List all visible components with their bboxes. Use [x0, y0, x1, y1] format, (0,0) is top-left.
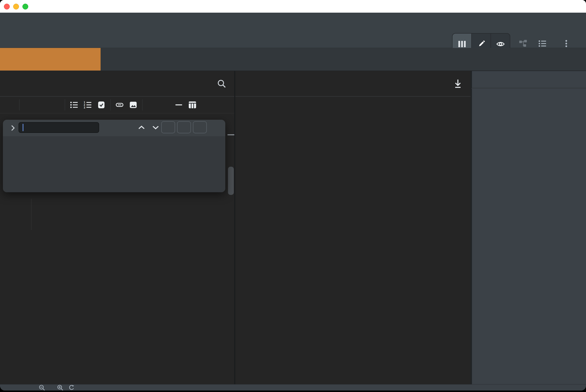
traffic-light-close[interactable] — [4, 4, 10, 10]
outline-panel — [472, 71, 586, 384]
search-button[interactable] — [216, 78, 227, 89]
titlebar — [0, 0, 586, 13]
scrollbar-match-marker — [227, 134, 234, 135]
outline-list — [472, 89, 586, 384]
table-button[interactable] — [186, 98, 198, 112]
numbered-list-icon: 123 — [84, 101, 92, 108]
search-bar — [3, 120, 225, 136]
bold-button[interactable] — [23, 98, 35, 112]
horizontal-rule-icon — [175, 104, 182, 105]
main-content: 123 — [0, 71, 586, 384]
whole-word-button[interactable] — [177, 121, 191, 133]
pencil-icon — [478, 40, 485, 48]
tree-diagram-icon — [519, 40, 527, 47]
chevron-right-icon — [11, 125, 15, 131]
chevron-down-icon — [152, 125, 159, 130]
status-bar — [0, 384, 586, 390]
task-list-button[interactable] — [95, 98, 107, 112]
zoom-in-button[interactable] — [57, 384, 64, 391]
close-search-button[interactable] — [209, 121, 221, 133]
export-button[interactable] — [453, 78, 463, 89]
task-checkbox-icon — [98, 101, 105, 109]
traffic-light-minimize[interactable] — [13, 4, 19, 10]
bullet-list-icon — [70, 102, 78, 108]
preview-panel — [235, 71, 472, 384]
tab-meeting-minutes[interactable] — [0, 48, 101, 70]
svg-text:3: 3 — [84, 106, 85, 108]
zoom-in-icon — [57, 384, 64, 391]
list-icon — [538, 40, 546, 47]
app-window: 123 — [0, 0, 586, 390]
svg-text:1: 1 — [84, 101, 85, 104]
code-editor[interactable] — [0, 114, 234, 384]
app-header — [0, 13, 586, 48]
image-icon — [130, 101, 137, 108]
search-results-list — [3, 136, 225, 192]
toolbar-divider — [110, 99, 111, 110]
link-button[interactable] — [114, 98, 126, 112]
traffic-light-zoom[interactable] — [23, 4, 28, 10]
tab-bar — [0, 48, 586, 71]
editor-scrollbar[interactable] — [228, 167, 234, 195]
heading-button[interactable] — [4, 98, 16, 112]
next-match-button[interactable] — [151, 123, 161, 132]
search-input[interactable] — [19, 122, 99, 133]
search-overlay — [3, 120, 225, 192]
match-count — [108, 120, 132, 135]
link-icon — [116, 101, 124, 108]
new-tab-button[interactable] — [564, 52, 579, 67]
search-icon — [217, 79, 226, 88]
preview-content — [235, 96, 471, 384]
italic-button[interactable] — [36, 98, 48, 112]
preview-panel-header — [235, 71, 471, 96]
kebab-icon — [565, 40, 567, 47]
horizontal-rule-button[interactable] — [173, 98, 185, 112]
table-icon — [188, 101, 196, 108]
chevron-up-icon — [138, 125, 145, 130]
zoom-out-icon — [39, 384, 45, 391]
eye-icon — [496, 41, 505, 47]
outline-panel-title — [472, 71, 586, 88]
text-caret — [23, 124, 23, 131]
toolbar-divider — [19, 99, 20, 110]
previous-match-button[interactable] — [136, 123, 147, 132]
expand-replace-button[interactable] — [9, 124, 17, 132]
columns-icon — [458, 41, 466, 48]
zoom-out-button[interactable] — [39, 384, 45, 391]
strikethrough-button[interactable] — [50, 98, 62, 112]
quote-button[interactable] — [159, 96, 171, 114]
numbered-list-button[interactable]: 123 — [82, 98, 94, 112]
reset-zoom-icon — [69, 384, 75, 390]
match-case-button[interactable] — [161, 121, 175, 133]
image-button[interactable] — [127, 98, 139, 112]
editor-panel: 123 — [0, 71, 235, 384]
regex-button[interactable] — [193, 121, 207, 133]
editor-panel-header — [0, 71, 234, 96]
code-block-button[interactable] — [145, 98, 158, 112]
bullet-list-button[interactable] — [68, 98, 80, 112]
zoom-reset-button[interactable] — [69, 384, 75, 390]
svg-text:2: 2 — [84, 104, 85, 106]
download-icon — [454, 79, 462, 88]
toolbar-divider — [142, 99, 142, 110]
indent-guide — [31, 199, 32, 230]
toolbar-divider — [65, 99, 65, 110]
format-toolbar: 123 — [0, 96, 234, 114]
